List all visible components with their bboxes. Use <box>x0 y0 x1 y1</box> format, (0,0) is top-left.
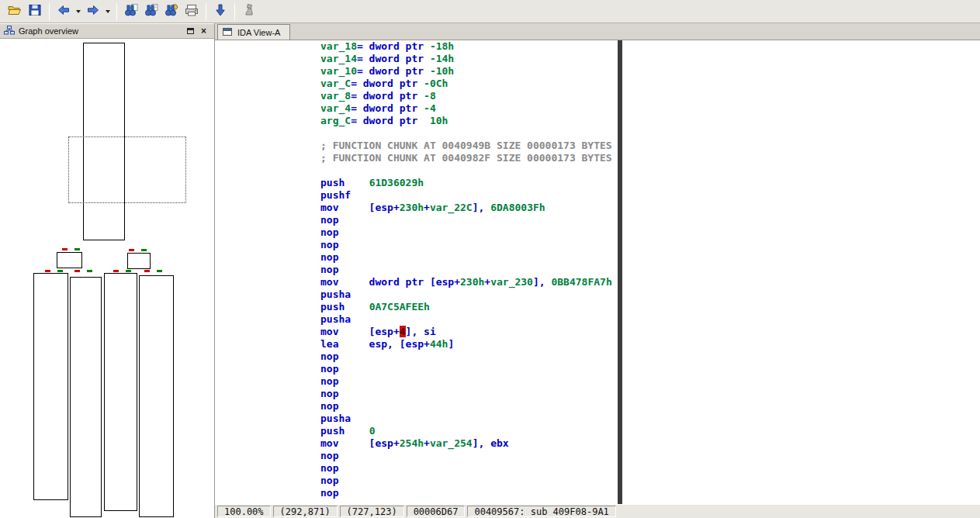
main-toolbar <box>0 0 980 23</box>
toolbar-separator <box>234 3 235 20</box>
back-arrow-icon <box>57 4 71 19</box>
down-arrow-icon <box>213 4 227 19</box>
open-file-button[interactable] <box>5 2 25 21</box>
graph-basic-block[interactable] <box>104 273 137 511</box>
graph-edge-tick <box>157 270 162 272</box>
code-line[interactable]: pusha <box>215 313 980 326</box>
view-splitter[interactable] <box>618 40 622 504</box>
code-line[interactable]: nop <box>215 251 980 264</box>
close-icon: × <box>201 26 206 36</box>
graph-edge-tick <box>87 270 92 272</box>
graph-edge-tick <box>126 270 131 272</box>
code-line[interactable]: mov [esp+230h+var_22C], 6DA8003Fh <box>215 202 980 214</box>
code-line[interactable]: nop <box>215 375 980 388</box>
code-line[interactable]: nop <box>215 214 980 226</box>
graph-overview-panel: Graph overview × <box>0 23 215 518</box>
graph-basic-block[interactable] <box>139 275 174 517</box>
search-next-button[interactable] <box>161 2 182 21</box>
zoom-level: 100.00% <box>217 506 271 517</box>
code-line[interactable]: var_10= dword ptr -10h <box>215 65 980 78</box>
code-line[interactable]: ; FUNCTION CHUNK AT 0040949B SIZE 000001… <box>215 140 980 152</box>
coordinates-1: (292,871) <box>273 506 338 517</box>
glue-tool-button[interactable] <box>239 2 259 21</box>
graph-overview-titlebar: Graph overview × <box>0 23 214 39</box>
code-line[interactable] <box>215 164 980 177</box>
disassembly-area: IDA View-A var_18= dword ptr -18hvar_14=… <box>215 23 980 518</box>
code-line[interactable]: ; FUNCTION CHUNK AT 0040982F SIZE 000001… <box>215 152 980 164</box>
code-line[interactable]: nop <box>215 487 980 499</box>
code-line[interactable]: nop <box>215 363 980 375</box>
graph-edge-tick <box>45 270 50 272</box>
code-line[interactable]: pusha <box>215 413 980 425</box>
code-line[interactable]: nop <box>215 351 980 363</box>
tab-label: IDA View-A <box>237 28 280 37</box>
graph-edge-tick <box>129 249 134 251</box>
graph-basic-block[interactable] <box>70 277 102 517</box>
chevron-down-icon <box>106 10 110 13</box>
forward-arrow-icon <box>86 4 100 19</box>
close-panel-button[interactable]: × <box>197 26 210 37</box>
chevron-down-icon <box>76 10 81 13</box>
graph-edge-tick <box>74 270 80 272</box>
code-line[interactable] <box>215 127 980 140</box>
binoculars-doc-icon <box>144 4 158 19</box>
save-button[interactable] <box>25 2 45 21</box>
binoculars-icon <box>124 4 138 19</box>
code-line[interactable]: var_18= dword ptr -18h <box>215 40 980 53</box>
print-button[interactable] <box>182 2 202 21</box>
file-offset: 00006D67 <box>407 506 466 517</box>
code-line[interactable]: mov dword ptr [esp+230h+var_230], 0BB478… <box>215 276 980 288</box>
code-line[interactable]: var_14= dword ptr -14h <box>215 53 980 65</box>
printer-icon <box>185 4 199 19</box>
code-line[interactable]: mov [esp+254h+var_254], ebx <box>215 437 980 450</box>
graph-edge-tick <box>62 248 68 250</box>
code-line[interactable]: push 61D36029h <box>215 177 980 189</box>
search-text-button[interactable] <box>141 2 161 21</box>
glue-icon <box>242 4 256 19</box>
graph-edge-tick <box>141 249 147 251</box>
code-line[interactable]: nop <box>215 226 980 239</box>
code-line[interactable]: nop <box>215 388 980 400</box>
code-line[interactable]: nop <box>215 450 980 462</box>
status-bar: 100.00% (292,871) (727,123) 00006D67 004… <box>215 504 980 518</box>
float-window-icon <box>187 28 194 34</box>
address-info: 00409567: sub 409F08-9A1 <box>467 506 615 517</box>
main-area: Graph overview × IDA View-A var_18= dwor… <box>0 23 980 518</box>
code-line[interactable]: nop <box>215 400 980 413</box>
code-line[interactable]: pusha <box>215 288 980 301</box>
navigate-forward-dropdown[interactable] <box>103 2 113 21</box>
code-line[interactable]: pushf <box>215 189 980 202</box>
toolbar-separator <box>206 3 206 20</box>
graph-viewport-rect[interactable] <box>68 136 186 203</box>
navigate-back-dropdown[interactable] <box>74 2 83 21</box>
tab-ida-view-a[interactable]: IDA View-A <box>217 24 290 40</box>
code-line[interactable]: mov [esp+4], si <box>215 326 980 338</box>
code-line[interactable]: push 0 <box>215 425 980 437</box>
code-line[interactable]: nop <box>215 239 980 251</box>
graph-basic-block[interactable] <box>127 253 151 269</box>
save-icon <box>28 4 42 19</box>
code-line[interactable]: nop <box>215 462 980 475</box>
code-line[interactable]: nop <box>215 264 980 276</box>
navigate-back-button[interactable] <box>54 2 74 21</box>
toolbar-separator <box>49 3 50 20</box>
view-window-icon <box>223 27 234 38</box>
search-memory-button[interactable] <box>121 2 141 21</box>
code-line[interactable]: push 0A7C5AFEEh <box>215 301 980 313</box>
graph-edge-tick <box>57 270 63 272</box>
code-line[interactable]: arg_C= dword ptr 10h <box>215 115 980 127</box>
code-line[interactable]: nop <box>215 475 980 487</box>
graph-basic-block[interactable] <box>33 273 68 500</box>
toolbar-separator <box>116 3 117 20</box>
jump-button[interactable] <box>210 2 230 21</box>
code-line[interactable]: var_4= dword ptr -4 <box>215 102 980 115</box>
binoculars-next-icon <box>164 4 178 19</box>
code-line[interactable]: var_8= dword ptr -8 <box>215 90 980 102</box>
graph-basic-block[interactable] <box>57 252 82 268</box>
disassembly-view[interactable]: var_18= dword ptr -18hvar_14= dword ptr … <box>215 40 980 504</box>
float-panel-button[interactable] <box>184 26 197 37</box>
code-line[interactable]: var_C= dword ptr -0Ch <box>215 78 980 90</box>
navigate-forward-button[interactable] <box>83 2 103 21</box>
code-line[interactable]: lea esp, [esp+44h] <box>215 338 980 351</box>
graph-overview-canvas[interactable] <box>0 39 214 518</box>
